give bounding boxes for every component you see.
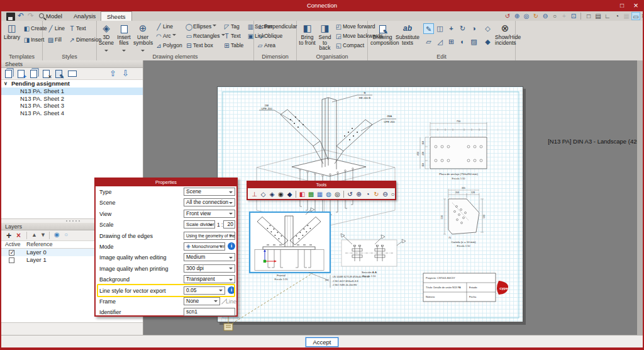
perpendicular-dim-button[interactable]: ⊥Perpendicular <box>256 23 297 31</box>
pan-hand-icon[interactable]: ○ <box>389 190 397 198</box>
move-icon[interactable]: + <box>446 23 457 34</box>
layer-down-icon[interactable]: ▼ <box>40 232 46 238</box>
ruler-icon[interactable]: ∟ <box>603 12 612 20</box>
tab-model[interactable]: Model <box>40 11 68 21</box>
tree-item-sheet3[interactable]: N13 PA. Sheet 3 <box>1 102 143 110</box>
maximize-button[interactable] <box>615 0 629 11</box>
tools-palette[interactable]: Tools ⊥ ◇ ◈ ◉ ◆ ◧ ▩ ▦ ◍ ◎ ↺ ⊕ ◔ ↻ ⊖ ○ <box>247 181 396 200</box>
linestyle-info-icon[interactable]: i <box>228 286 235 294</box>
text-view-icon[interactable]: ▤ <box>594 12 602 20</box>
substitute-texts-button[interactable]: ab Substitute texts <box>396 22 419 51</box>
comment-icon[interactable]: ▭ <box>631 12 640 20</box>
draw-table-button[interactable]: ⊞Table <box>223 42 243 50</box>
frame-select[interactable]: None <box>184 297 220 305</box>
undo-icon[interactable] <box>18 12 26 20</box>
undo-view-icon[interactable]: ↺ <box>346 190 354 198</box>
copy-sheet-icon[interactable] <box>5 70 12 78</box>
3d-scene-button[interactable]: ◈ 3D Scene <box>98 22 114 51</box>
edit-template-icon[interactable]: ✎ <box>55 70 62 78</box>
insert-template-button[interactable]: ◨Insert <box>23 36 44 45</box>
edit-pencil-icon[interactable]: ✎ <box>423 23 434 34</box>
copy-icon[interactable]: ◫ <box>435 23 445 34</box>
orbit-icon[interactable]: ↻ <box>531 12 540 20</box>
background-select[interactable]: Transparent <box>184 275 235 283</box>
line-style-button[interactable]: ╱Line <box>47 25 65 33</box>
move-up-icon[interactable]: ⇧ <box>109 69 116 78</box>
regenerate-icon[interactable]: ↺ <box>503 12 512 20</box>
tree-item-sheet4[interactable]: N13 PA. Sheet 4 <box>1 110 143 117</box>
view-cube-icon[interactable]: ◇ <box>259 190 267 198</box>
drawing-composition-button[interactable]: ✎ Drawing composition <box>370 22 394 51</box>
accept-button[interactable]: Accept <box>306 337 338 347</box>
layer1-checkbox[interactable] <box>9 257 14 263</box>
draw-polygon-button[interactable]: ⊿Polygon <box>155 42 182 50</box>
iq-print-select[interactable]: 300 dpi <box>184 264 235 273</box>
delete-layer-icon[interactable]: × <box>16 231 21 240</box>
mirror-icon[interactable]: ◑ <box>469 23 479 34</box>
pan-icon[interactable]: ○ <box>550 12 559 20</box>
fill-style-button[interactable]: ▨Fill <box>47 36 62 45</box>
symmetry-icon[interactable]: ◐ <box>457 37 468 47</box>
visibility-tool-icon[interactable]: ◎ <box>333 190 341 198</box>
front-view-selected[interactable]: Frontal Escala 1:20 <box>250 208 330 281</box>
insert-files-button[interactable]: Insert files <box>116 22 132 51</box>
type-select[interactable]: Scene <box>184 188 235 196</box>
send-to-back-button[interactable]: ◨ Send to back <box>316 22 333 51</box>
library-button[interactable]: ◫ Library <box>3 22 21 51</box>
mode-info-icon[interactable]: i <box>228 242 235 250</box>
add-sheet-icon[interactable]: + <box>18 70 25 78</box>
zoom-all-icon[interactable]: ⊕ <box>355 190 363 198</box>
trim-icon[interactable]: ◿ <box>435 37 445 47</box>
draw-textbox-button[interactable]: ⊟Text box <box>185 42 213 50</box>
draw-rectangles-button[interactable]: ▭Rectangles <box>185 32 225 41</box>
bring-to-front-button[interactable]: ◧ Bring to front <box>299 22 316 51</box>
erase-icon[interactable]: ▱ <box>423 37 434 47</box>
draw-text-button[interactable]: TText <box>223 32 241 41</box>
scale-select[interactable]: Scale divider <box>184 220 215 229</box>
frame-view-icon[interactable]: □ <box>584 12 593 20</box>
stretch-icon[interactable]: ⊞ <box>446 37 457 47</box>
zoom-extents-icon[interactable]: ⊕ <box>513 12 521 20</box>
area-dim-button[interactable]: ▱Area <box>256 42 275 50</box>
base-plate-detail[interactable]: 750 450 150 220 150 Placa de anclaje (75… <box>416 120 487 180</box>
grid-tool-icon[interactable]: ▦ <box>316 190 324 198</box>
full-screen-icon[interactable]: ⊡ <box>569 12 578 20</box>
draw-ellipses-button[interactable]: ◯Ellipses <box>185 23 216 31</box>
zoom-window-icon[interactable]: ◎ <box>522 12 531 20</box>
tree-group-pending[interactable]: Pending assignment <box>1 80 143 88</box>
clock-icon[interactable]: ◔ <box>613 12 621 20</box>
draw-arc-button[interactable]: ◠Arc <box>155 32 176 41</box>
layer-up-icon[interactable]: ▲ <box>31 232 37 238</box>
orbit-view-icon[interactable]: ↻ <box>372 190 380 198</box>
tree-item-sheet1[interactable]: N13 PA. Sheet 1 <box>1 88 143 95</box>
identifier-input[interactable]: scn1 <box>184 308 235 316</box>
layer0-checkbox[interactable] <box>9 250 14 256</box>
move-down-icon[interactable]: ⇩ <box>122 69 129 78</box>
pin-view-icon[interactable]: ◈ <box>268 190 276 198</box>
duplicate-sheet-icon[interactable] <box>30 70 37 78</box>
globe-tool-icon[interactable]: ◍ <box>325 190 333 198</box>
section-view[interactable]: Sección A-A Escala 1:10 <box>341 234 406 278</box>
show-hide-incidents-button[interactable]: ⊗ Show/Hide incidents <box>495 22 515 51</box>
split-view-icon[interactable]: ◧ <box>298 190 306 198</box>
lamp-off-icon[interactable]: ○ <box>64 231 68 238</box>
delete-sheet-icon[interactable]: × <box>43 70 50 78</box>
zoom-region-icon[interactable]: ◔ <box>364 190 372 198</box>
gusset-plate-detail[interactable]: 203 128 331 500 530 75 Cartela (e = 10 m… <box>441 187 486 247</box>
hide-elements-icon[interactable]: ◉ <box>277 190 285 198</box>
view-3d-wire-icon[interactable]: ◇ <box>482 23 493 34</box>
rotate-cube-icon[interactable]: ◆ <box>286 190 294 198</box>
draw-tag-button[interactable]: ◸Tag <box>223 23 240 31</box>
tab-analysis[interactable]: Analysis <box>68 11 101 21</box>
axis-tool-icon[interactable]: ⊥ <box>250 190 258 198</box>
lamp-on-icon[interactable]: ◉ <box>54 231 60 238</box>
edit-scene-icon[interactable]: ▩ <box>307 190 315 198</box>
close-button[interactable] <box>629 0 643 11</box>
tree-item-sheet2[interactable]: N13 PA. Sheet 2 <box>1 95 143 103</box>
user-symbols-button[interactable]: ⊕ User symbols <box>133 22 152 51</box>
text-style-button[interactable]: TText <box>68 25 86 33</box>
draw-line-button[interactable]: ╱Line <box>155 23 173 31</box>
edges-select[interactable]: Using the geometry of the model <box>184 232 235 240</box>
compact-button[interactable]: ◱Compact <box>335 42 364 50</box>
linestyle-select[interactable]: 0.05 <box>184 286 225 295</box>
